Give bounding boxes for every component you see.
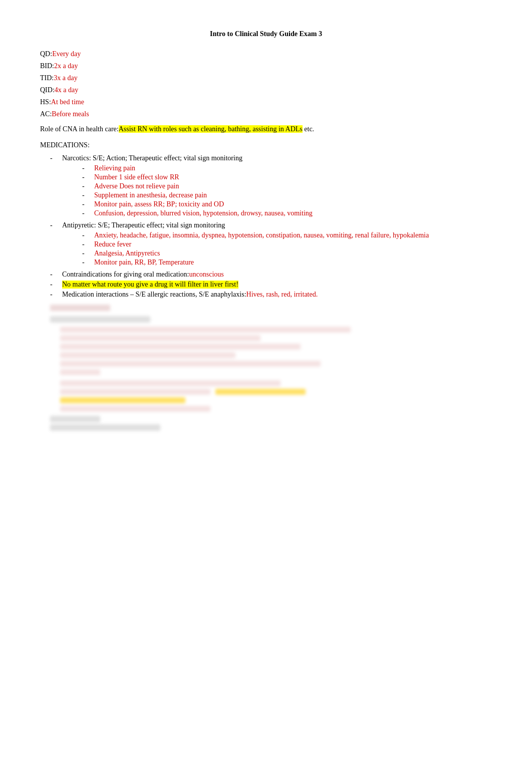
abbr-hs-value: At bed time (51, 98, 84, 106)
med-interactions-item: - Medication interactions – S/E allergic… (40, 291, 492, 299)
dash-narcotics: - (50, 154, 60, 219)
dash-contraindications: - (50, 271, 60, 279)
abbr-ac-label: AC: (40, 110, 52, 118)
abbr-tid-label: TID: (40, 74, 54, 82)
med-interactions-label: Medication interactions – S/E allergic r… (62, 291, 246, 299)
antipyretic-sub-1: - Anxiety, headache, fatigue, insomnia, … (62, 231, 429, 239)
no-matter-item: - No matter what route you give a drug i… (40, 281, 492, 289)
antipyretic-sub-2: - Reduce fever (62, 240, 429, 248)
abbr-qd: QD:Every day (40, 50, 492, 58)
page-container: Intro to Clinical Study Guide Exam 3 QD:… (40, 30, 492, 431)
abbr-qid: QID:4x a day (40, 86, 492, 94)
narcotics-sublist: - Relieving pain - Number 1 side effect … (62, 164, 313, 217)
antipyretic-sub-3: - Analgesia, Antipyretics (62, 249, 429, 257)
abbr-bid-label: BID: (40, 62, 54, 70)
abbreviations-section: QD:Every day BID:2x a day TID:3x a day Q… (40, 50, 492, 118)
abbr-hs-label: HS: (40, 98, 51, 106)
antipyretic-label: Antipyretic: S/E; Therapeutic effect; vi… (62, 221, 225, 229)
antipyretic-item: - Antipyretic: S/E; Therapeutic effect; … (40, 221, 492, 269)
narcotics-sub-5: - Monitor pain, assess RR; BP; toxicity … (62, 200, 313, 208)
abbr-ac: AC:Before meals (40, 110, 492, 118)
abbr-bid: BID:2x a day (40, 62, 492, 70)
cna-role-value: Assist RN with roles such as cleaning, b… (119, 125, 303, 133)
dash-no-matter: - (50, 281, 60, 289)
abbr-qd-value: Every day (52, 50, 81, 58)
med-interactions-value: Hives, rash, red, irritated. (246, 291, 318, 299)
narcotics-sub-3: - Adverse Does not relieve pain (62, 182, 313, 190)
cna-role-suffix: etc. (303, 125, 314, 133)
abbr-tid-value: 3x a day (54, 74, 77, 82)
abbr-hs: HS:At bed time (40, 98, 492, 106)
antipyretic-sublist: - Anxiety, headache, fatigue, insomnia, … (62, 231, 429, 267)
medications-header: MEDICATIONS: (40, 141, 492, 149)
narcotics-sub-1: - Relieving pain (62, 164, 313, 172)
page-title: Intro to Clinical Study Guide Exam 3 (40, 30, 492, 38)
narcotics-sub-4: - Supplement in anesthesia, decrease pai… (62, 191, 313, 199)
abbr-qid-label: QID: (40, 86, 55, 94)
narcotics-sub-2: - Number 1 side effect slow RR (62, 173, 313, 181)
narcotics-sub-6: - Confusion, depression, blurred vision,… (62, 209, 313, 217)
contraindications-value: unconscious (189, 271, 224, 279)
cna-role-line: Role of CNA in health care:Assist RN wit… (40, 125, 492, 133)
contraindications-item: - Contraindications for giving oral medi… (40, 271, 492, 279)
blurred-section (40, 305, 492, 431)
abbr-tid: TID:3x a day (40, 74, 492, 82)
abbr-qid-value: 4x a day (55, 86, 78, 94)
abbr-bid-value: 2x a day (54, 62, 78, 70)
narcotics-item: - Narcotics: S/E; Action; Therapeutic ef… (40, 154, 492, 219)
medications-list: - Narcotics: S/E; Action; Therapeutic ef… (40, 154, 492, 299)
antipyretic-sub-4: - Monitor pain, RR, BP, Temperature (62, 258, 429, 267)
dash-antipyretic: - (50, 221, 60, 269)
dash-med-interactions: - (50, 291, 60, 299)
abbr-qd-label: QD: (40, 50, 52, 58)
abbr-ac-value: Before meals (52, 110, 89, 118)
no-matter-text: No matter what route you give a drug it … (62, 281, 238, 289)
narcotics-label: Narcotics: S/E; Action; Therapeutic effe… (62, 154, 242, 162)
contraindications-label: Contraindications for giving oral medica… (62, 271, 189, 279)
cna-role-label: Role of CNA in health care: (40, 125, 119, 133)
